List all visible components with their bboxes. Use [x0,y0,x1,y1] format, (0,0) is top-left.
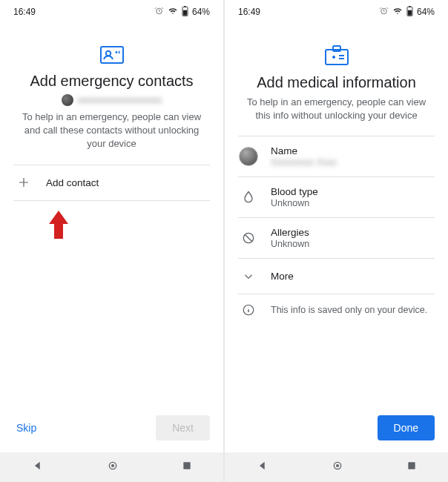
svg-rect-3 [183,10,187,15]
contacts-list: Add contact [13,165,210,201]
droplet-icon [240,190,257,205]
nav-back-icon[interactable] [257,460,269,475]
battery-percent: 64% [192,7,210,17]
battery-icon [406,6,413,19]
name-label: Name [271,145,433,156]
battery-icon [182,6,188,19]
system-nav-bar [225,452,448,482]
svg-rect-19 [408,462,415,469]
status-bar: 16:49 64% [225,0,448,24]
next-button: Next [156,415,210,440]
add-contact-row[interactable]: Add contact [13,165,210,201]
content-area: Add medical information To help in an em… [225,24,448,406]
header-block: Add medical information To help in an em… [225,24,448,131]
row-more[interactable]: More [238,259,435,294]
screen-emergency-contacts: 16:49 64% Add emergen [0,0,223,482]
footer-bar: Skip Next [0,406,223,452]
status-bar: 16:49 64% [0,0,223,24]
battery-percent: 64% [417,7,435,17]
more-label: More [271,271,433,282]
account-row[interactable]: xxxxxxxxxxxxxxxxxx [16,94,207,106]
svg-rect-4 [101,47,123,63]
header-block: Add emergency contacts xxxxxxxxxxxxxxxxx… [0,24,223,160]
name-value: Xxxxxxxxx Xxxx [271,157,433,168]
page-title: Add emergency contacts [16,73,207,90]
alarm-icon [379,6,389,18]
blood-label: Blood type [271,186,433,197]
status-time: 16:49 [13,7,36,17]
nav-back-icon[interactable] [32,460,44,475]
avatar [62,94,73,106]
svg-rect-2 [184,6,186,7]
footer-bar: Done [225,406,448,452]
medical-list: Name Xxxxxxxxx Xxxx Blood type Unknown [238,136,435,294]
row-blood-type[interactable]: Blood type Unknown [238,177,435,218]
content-area: Add emergency contacts xxxxxxxxxxxxxxxxx… [0,24,223,406]
plus-icon [15,176,33,189]
chevron-down-icon [240,270,257,283]
medical-id-icon [241,44,432,67]
screen-medical-information: 16:49 64% Add medical [225,0,448,482]
svg-rect-12 [408,10,412,15]
svg-point-18 [336,464,339,467]
account-email: xxxxxxxxxxxxxxxxxx [78,95,162,105]
avatar-icon [240,147,257,166]
info-icon [240,303,257,317]
nav-recent-icon[interactable] [406,460,417,474]
subtitle-text: To help in an emergency, people can view… [241,96,432,122]
status-right: 64% [154,6,210,19]
info-text: This info is saved only on your device. [271,305,427,315]
status-right: 64% [379,6,435,19]
add-contact-label: Add contact [46,177,208,188]
svg-rect-8 [183,462,190,469]
svg-rect-11 [409,6,411,7]
row-allergies[interactable]: Allergies Unknown [238,218,435,259]
nav-home-icon[interactable] [107,460,119,475]
done-button[interactable]: Done [378,415,435,440]
page-title: Add medical information [241,74,432,91]
no-symbol-icon [240,231,257,245]
svg-point-5 [105,51,110,56]
nav-home-icon[interactable] [332,460,343,475]
system-nav-bar [0,452,223,482]
wifi-icon [392,7,403,18]
blood-value: Unknown [271,198,433,208]
contacts-card-icon [16,44,207,65]
allergies-value: Unknown [271,239,433,249]
svg-point-7 [111,464,114,467]
wifi-icon [168,7,178,18]
skip-button[interactable]: Skip [13,416,39,440]
row-name[interactable]: Name Xxxxxxxxx Xxxx [238,136,435,177]
subtitle-text: To help in an emergency, people can view… [16,110,207,151]
alarm-icon [154,6,164,18]
nav-recent-icon[interactable] [182,460,192,474]
status-time: 16:49 [238,7,260,17]
allergies-label: Allergies [271,227,433,238]
info-storage-row: This info is saved only on your device. [225,294,448,326]
